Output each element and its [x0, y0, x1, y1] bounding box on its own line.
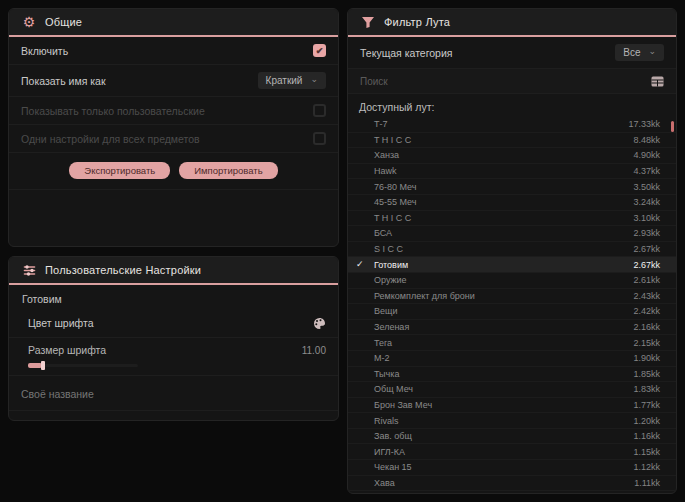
- loot-item-value: 8.48kk: [633, 135, 660, 145]
- show-name-dropdown[interactable]: Краткий ⌄: [258, 72, 326, 89]
- enable-label: Включить: [21, 45, 68, 57]
- loot-item-value: 3.10kk: [633, 213, 660, 223]
- search-input[interactable]: Поиск: [360, 76, 388, 87]
- font-size-slider[interactable]: [28, 361, 138, 370]
- loot-item-value: 1.16kk: [633, 431, 660, 441]
- loot-item[interactable]: Готовим2.67kk: [348, 257, 676, 273]
- loot-item-name: Зеленая: [374, 322, 409, 332]
- loot-item[interactable]: Хава1.11kk: [348, 476, 676, 492]
- show-name-row: Показать имя как Краткий ⌄: [9, 65, 338, 97]
- loot-item-name: T H I C C: [374, 213, 411, 223]
- single-settings-label: Одни настройки для всех предметов: [21, 133, 200, 145]
- loot-item[interactable]: Hawk4.37kk: [348, 164, 676, 180]
- enable-checkbox[interactable]: ✔: [313, 44, 326, 57]
- export-import-row: Экспортировать Импортировать: [9, 153, 338, 190]
- font-color-row: Цвет шрифта: [9, 309, 338, 338]
- category-row: Текущая категория Все ⌄: [348, 37, 676, 69]
- loot-list: Т-717.33kkT H I C C8.48kkХанза4.90kkHawk…: [348, 117, 676, 493]
- font-size-label: Размер шрифта: [28, 344, 106, 356]
- import-button[interactable]: Импортировать: [179, 162, 277, 179]
- loot-item[interactable]: Т-717.33kk: [348, 117, 676, 133]
- custom-settings-title: Пользовательские Настройки: [45, 264, 201, 276]
- custom-name-input[interactable]: [21, 388, 326, 400]
- loot-item[interactable]: Вещи2.42kk: [348, 304, 676, 320]
- loot-item[interactable]: Брон Зав Меч1.77kk: [348, 398, 676, 414]
- loot-item-name: 76-80 Меч: [374, 182, 417, 192]
- export-button[interactable]: Экспортировать: [69, 162, 170, 179]
- loot-item-name: Брон Зав Меч: [374, 400, 432, 410]
- only-custom-checkbox[interactable]: [313, 104, 326, 117]
- loot-item[interactable]: Чекан 151.12kk: [348, 460, 676, 476]
- right-column: Фильтр Лута Текущая категория Все ⌄ Поис…: [347, 8, 677, 494]
- loot-item[interactable]: Тега2.15kk: [348, 335, 676, 351]
- loot-item[interactable]: ИГЛ-КА1.15kk: [348, 444, 676, 460]
- loot-item-name: Зав. общ: [374, 431, 412, 441]
- loot-item[interactable]: Ханза4.90kk: [348, 148, 676, 164]
- loot-item-value: 2.15kk: [633, 338, 660, 348]
- loot-item[interactable]: Зав. общ1.16kk: [348, 429, 676, 445]
- chevron-down-icon: ⌄: [648, 48, 656, 54]
- funnel-icon: [361, 15, 375, 29]
- single-settings-row: Одни настройки для всех предметов: [9, 125, 338, 153]
- sliders-icon: [22, 263, 36, 277]
- loot-item[interactable]: 76-80 Меч3.50kk: [348, 179, 676, 195]
- loot-item[interactable]: Общ Меч1.83kk: [348, 382, 676, 398]
- chevron-down-icon: ⌄: [310, 76, 318, 82]
- show-name-value: Краткий: [266, 75, 303, 86]
- single-settings-checkbox[interactable]: [313, 132, 326, 145]
- slider-handle[interactable]: [41, 361, 45, 370]
- custom-name-row: [9, 376, 338, 411]
- loot-item-value: 1.83kk: [633, 384, 660, 394]
- loot-item[interactable]: Зеленая2.16kk: [348, 320, 676, 336]
- loot-item-value: 1.77kk: [633, 400, 660, 410]
- loot-item-value: 1.90kk: [633, 353, 660, 363]
- gear-icon: ⚙: [22, 15, 36, 29]
- loot-item[interactable]: Ны-ПКИМ Меч1.10kk: [348, 491, 676, 493]
- delete-row: Удалить: [9, 411, 338, 421]
- loot-item[interactable]: Тычка1.85kk: [348, 367, 676, 383]
- loot-item[interactable]: БСА2.93kk: [348, 226, 676, 242]
- loot-item-name: 45-55 Меч: [374, 197, 417, 207]
- loot-item-name: T H I C C: [374, 135, 411, 145]
- loot-item-value: 4.90kk: [633, 150, 660, 160]
- loot-item[interactable]: М-21.90kk: [348, 351, 676, 367]
- font-size-row: Размер шрифта 11.00: [9, 338, 338, 376]
- loot-item[interactable]: Rivals1.20kk: [348, 413, 676, 429]
- general-panel-header: ⚙ Общие: [9, 9, 338, 37]
- loot-item-value: 1.12kk: [633, 462, 660, 472]
- general-panel: ⚙ Общие Включить ✔ Показать имя как Крат…: [8, 8, 339, 247]
- category-label: Текущая категория: [360, 47, 453, 59]
- loot-item-value: 2.43kk: [633, 291, 660, 301]
- loot-item-value: 4.37kk: [633, 166, 660, 176]
- loot-item-name: Ремкомплект для брони: [374, 291, 475, 301]
- general-panel-title: Общие: [45, 16, 82, 28]
- loot-item[interactable]: Ремкомплект для брони2.43kk: [348, 289, 676, 305]
- delete-button[interactable]: Удалить: [129, 420, 219, 421]
- loot-item-name: Тега: [374, 338, 392, 348]
- loot-item-value: 2.93kk: [633, 228, 660, 238]
- loot-item[interactable]: T H I C C8.48kk: [348, 133, 676, 149]
- only-custom-label: Показывать только пользовательские: [21, 105, 205, 117]
- loot-item-value: 2.67kk: [633, 260, 660, 270]
- loot-item-value: 2.67kk: [633, 244, 660, 254]
- loot-item-name: Ханза: [374, 150, 399, 160]
- loot-item[interactable]: S I C C2.67kk: [348, 242, 676, 258]
- palette-icon[interactable]: [312, 316, 326, 330]
- enable-row: Включить ✔: [9, 37, 338, 65]
- loot-filter-panel: Фильтр Лута Текущая категория Все ⌄ Поис…: [347, 8, 677, 494]
- custom-settings-header: Пользовательские Настройки: [9, 257, 338, 285]
- loot-item-value: 17.33kk: [628, 119, 660, 129]
- show-name-label: Показать имя как: [21, 75, 106, 87]
- category-dropdown[interactable]: Все ⌄: [615, 44, 664, 61]
- slider-fill: [28, 363, 42, 368]
- loot-item-name: S I C C: [374, 244, 403, 254]
- loot-item[interactable]: T H I C C3.10kk: [348, 211, 676, 227]
- loot-item[interactable]: 45-55 Меч3.24kk: [348, 195, 676, 211]
- loot-item[interactable]: Оружие2.61kk: [348, 273, 676, 289]
- table-icon[interactable]: [650, 74, 664, 88]
- loot-item-name: М-2: [374, 353, 390, 363]
- loot-item-name: Чекан 15: [374, 462, 412, 472]
- loot-item-value: 2.61kk: [633, 275, 660, 285]
- loot-item-value: 1.85kk: [633, 369, 660, 379]
- loot-item-value: 1.20kk: [633, 416, 660, 426]
